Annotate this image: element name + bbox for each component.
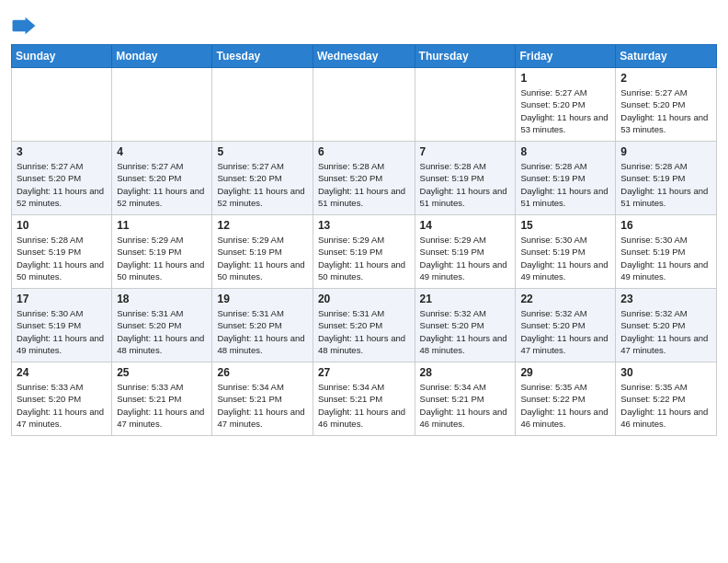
calendar-cell: 13Sunrise: 5:29 AMSunset: 5:19 PMDayligh… bbox=[313, 215, 415, 289]
sunrise-label: Sunrise: 5:27 AM bbox=[117, 161, 183, 171]
day-number: 21 bbox=[420, 293, 511, 305]
sunrise-label: Sunrise: 5:29 AM bbox=[117, 235, 183, 245]
cell-info: Sunrise: 5:34 AMSunset: 5:21 PMDaylight:… bbox=[420, 381, 511, 430]
sunrise-label: Sunrise: 5:29 AM bbox=[420, 235, 486, 245]
daylight-label: Daylight: 11 hours and 52 minutes. bbox=[217, 186, 304, 208]
sunrise-label: Sunrise: 5:34 AM bbox=[318, 382, 384, 392]
calendar-cell: 15Sunrise: 5:30 AMSunset: 5:19 PMDayligh… bbox=[516, 215, 616, 289]
calendar-week-row: 17Sunrise: 5:30 AMSunset: 5:19 PMDayligh… bbox=[12, 289, 717, 362]
sunset-label: Sunset: 5:19 PM bbox=[17, 247, 81, 257]
sunset-label: Sunset: 5:20 PM bbox=[17, 173, 81, 183]
sunrise-label: Sunrise: 5:28 AM bbox=[520, 161, 586, 171]
daylight-label: Daylight: 11 hours and 48 minutes. bbox=[420, 333, 507, 355]
sunset-label: Sunset: 5:20 PM bbox=[117, 320, 181, 330]
sunrise-label: Sunrise: 5:29 AM bbox=[217, 235, 283, 245]
calendar-cell: 7Sunrise: 5:28 AMSunset: 5:19 PMDaylight… bbox=[415, 142, 516, 215]
cell-info: Sunrise: 5:32 AMSunset: 5:20 PMDaylight:… bbox=[420, 307, 511, 356]
calendar-cell: 23Sunrise: 5:32 AMSunset: 5:20 PMDayligh… bbox=[616, 289, 717, 362]
calendar-cell: 25Sunrise: 5:33 AMSunset: 5:21 PMDayligh… bbox=[112, 362, 212, 436]
sunset-label: Sunset: 5:19 PM bbox=[318, 247, 382, 257]
sunset-label: Sunset: 5:19 PM bbox=[520, 247, 585, 257]
sunset-label: Sunset: 5:20 PM bbox=[420, 320, 484, 330]
daylight-label: Daylight: 11 hours and 50 minutes. bbox=[17, 259, 104, 282]
daylight-label: Daylight: 11 hours and 49 minutes. bbox=[17, 333, 104, 355]
cell-info: Sunrise: 5:28 AMSunset: 5:19 PMDaylight:… bbox=[620, 160, 711, 209]
day-number: 26 bbox=[217, 366, 307, 379]
sunrise-label: Sunrise: 5:27 AM bbox=[620, 87, 687, 98]
day-number: 8 bbox=[520, 145, 610, 158]
calendar-week-row: 3Sunrise: 5:27 AMSunset: 5:20 PMDaylight… bbox=[12, 142, 717, 215]
daylight-label: Daylight: 11 hours and 47 minutes. bbox=[17, 407, 104, 429]
day-number: 22 bbox=[520, 293, 610, 305]
sunrise-label: Sunrise: 5:28 AM bbox=[17, 235, 83, 245]
daylight-label: Daylight: 11 hours and 47 minutes. bbox=[217, 407, 304, 429]
daylight-label: Daylight: 11 hours and 47 minutes. bbox=[520, 333, 608, 355]
sunset-label: Sunset: 5:20 PM bbox=[620, 320, 685, 330]
cell-info: Sunrise: 5:35 AMSunset: 5:22 PMDaylight:… bbox=[620, 381, 711, 430]
day-number: 11 bbox=[117, 219, 207, 232]
cell-info: Sunrise: 5:29 AMSunset: 5:19 PMDaylight:… bbox=[117, 234, 207, 282]
calendar-cell bbox=[112, 68, 212, 142]
cell-info: Sunrise: 5:28 AMSunset: 5:20 PMDaylight:… bbox=[318, 160, 410, 209]
sunrise-label: Sunrise: 5:30 AM bbox=[17, 308, 83, 318]
sunset-label: Sunset: 5:19 PM bbox=[217, 247, 281, 257]
day-number: 15 bbox=[520, 219, 610, 232]
weekday-header-sunday: Sunday bbox=[12, 45, 112, 68]
day-number: 14 bbox=[420, 219, 511, 232]
daylight-label: Daylight: 11 hours and 53 minutes. bbox=[520, 112, 608, 134]
sunrise-label: Sunrise: 5:30 AM bbox=[520, 235, 586, 245]
daylight-label: Daylight: 11 hours and 51 minutes. bbox=[520, 186, 608, 208]
cell-info: Sunrise: 5:27 AMSunset: 5:20 PMDaylight:… bbox=[117, 160, 207, 209]
sunset-label: Sunset: 5:20 PM bbox=[17, 394, 81, 404]
day-number: 2 bbox=[620, 72, 711, 85]
sunset-label: Sunset: 5:21 PM bbox=[420, 394, 484, 404]
calendar-cell bbox=[12, 68, 112, 142]
calendar-cell: 28Sunrise: 5:34 AMSunset: 5:21 PMDayligh… bbox=[415, 362, 516, 436]
calendar-cell: 10Sunrise: 5:28 AMSunset: 5:19 PMDayligh… bbox=[12, 215, 112, 289]
cell-info: Sunrise: 5:31 AMSunset: 5:20 PMDaylight:… bbox=[217, 307, 307, 356]
calendar-cell: 26Sunrise: 5:34 AMSunset: 5:21 PMDayligh… bbox=[212, 362, 313, 436]
sunrise-label: Sunrise: 5:27 AM bbox=[17, 161, 83, 171]
day-number: 12 bbox=[217, 219, 307, 232]
calendar-cell: 3Sunrise: 5:27 AMSunset: 5:20 PMDaylight… bbox=[12, 142, 112, 215]
weekday-header-tuesday: Tuesday bbox=[212, 45, 313, 68]
header bbox=[11, 9, 717, 39]
day-number: 9 bbox=[620, 145, 711, 158]
cell-info: Sunrise: 5:31 AMSunset: 5:20 PMDaylight:… bbox=[318, 307, 410, 356]
daylight-label: Daylight: 11 hours and 52 minutes. bbox=[117, 186, 204, 208]
calendar-cell bbox=[212, 68, 313, 142]
sunrise-label: Sunrise: 5:30 AM bbox=[620, 235, 687, 245]
calendar-cell: 9Sunrise: 5:28 AMSunset: 5:19 PMDaylight… bbox=[616, 142, 717, 215]
sunrise-label: Sunrise: 5:35 AM bbox=[520, 382, 586, 392]
cell-info: Sunrise: 5:28 AMSunset: 5:19 PMDaylight:… bbox=[520, 160, 610, 209]
sunset-label: Sunset: 5:20 PM bbox=[620, 99, 685, 109]
day-number: 27 bbox=[318, 366, 410, 379]
daylight-label: Daylight: 11 hours and 48 minutes. bbox=[318, 333, 405, 355]
day-number: 5 bbox=[217, 145, 307, 158]
calendar-week-row: 10Sunrise: 5:28 AMSunset: 5:19 PMDayligh… bbox=[12, 215, 717, 289]
sunset-label: Sunset: 5:20 PM bbox=[318, 320, 382, 330]
sunrise-label: Sunrise: 5:27 AM bbox=[520, 87, 586, 98]
cell-info: Sunrise: 5:27 AMSunset: 5:20 PMDaylight:… bbox=[17, 160, 107, 209]
sunrise-label: Sunrise: 5:33 AM bbox=[17, 382, 83, 392]
day-number: 19 bbox=[217, 293, 307, 305]
sunset-label: Sunset: 5:19 PM bbox=[620, 247, 685, 257]
cell-info: Sunrise: 5:27 AMSunset: 5:20 PMDaylight:… bbox=[217, 160, 307, 209]
cell-info: Sunrise: 5:34 AMSunset: 5:21 PMDaylight:… bbox=[217, 381, 307, 430]
sunset-label: Sunset: 5:19 PM bbox=[420, 173, 484, 183]
cell-info: Sunrise: 5:31 AMSunset: 5:20 PMDaylight:… bbox=[117, 307, 207, 356]
sunrise-label: Sunrise: 5:32 AM bbox=[520, 308, 586, 318]
calendar-cell: 4Sunrise: 5:27 AMSunset: 5:20 PMDaylight… bbox=[112, 142, 212, 215]
calendar-cell bbox=[415, 68, 516, 142]
page: SundayMondayTuesdayWednesdayThursdayFrid… bbox=[0, 0, 728, 445]
day-number: 4 bbox=[117, 145, 207, 158]
sunset-label: Sunset: 5:20 PM bbox=[117, 173, 181, 183]
calendar-cell: 1Sunrise: 5:27 AMSunset: 5:20 PMDaylight… bbox=[516, 68, 616, 142]
weekday-header-wednesday: Wednesday bbox=[313, 45, 415, 68]
sunrise-label: Sunrise: 5:28 AM bbox=[420, 161, 486, 171]
cell-info: Sunrise: 5:35 AMSunset: 5:22 PMDaylight:… bbox=[520, 381, 610, 430]
calendar-cell: 17Sunrise: 5:30 AMSunset: 5:19 PMDayligh… bbox=[12, 289, 112, 362]
day-number: 23 bbox=[620, 293, 711, 305]
sunrise-label: Sunrise: 5:32 AM bbox=[420, 308, 486, 318]
cell-info: Sunrise: 5:27 AMSunset: 5:20 PMDaylight:… bbox=[620, 86, 711, 135]
